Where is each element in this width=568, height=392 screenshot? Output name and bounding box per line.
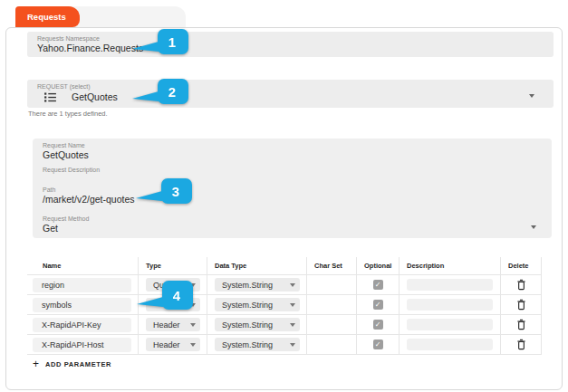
- table-row: [400, 335, 501, 355]
- param-name-input[interactable]: region: [33, 278, 131, 292]
- request-select[interactable]: REQUEST (select) GetQuotes: [27, 80, 554, 108]
- param-data-type-value: System.String: [222, 340, 273, 349]
- parameters-table: Name Type Data Type Char Set Optional De…: [27, 257, 542, 355]
- param-data-type-value: System.String: [222, 320, 273, 330]
- tab-requests[interactable]: Requests: [15, 6, 80, 27]
- param-type-value: Header: [153, 340, 180, 349]
- check-icon: ✓: [375, 340, 381, 349]
- namespace-field[interactable]: Requests Namespace Yahoo.Finance.Request…: [27, 32, 554, 57]
- optional-checkbox[interactable]: ✓: [373, 300, 383, 310]
- table-row: [400, 275, 501, 295]
- param-char-set-cell: [307, 275, 357, 295]
- table-row: symbols: [27, 295, 139, 315]
- chevron-down-icon: [290, 283, 295, 287]
- delete-icon[interactable]: [516, 339, 526, 350]
- param-type-dropdown[interactable]: Header: [146, 318, 200, 331]
- col-header-description: Description: [400, 257, 501, 275]
- tab-requests-label: Requests: [27, 12, 66, 22]
- optional-checkbox[interactable]: ✓: [373, 339, 383, 349]
- path-value[interactable]: /market/v2/get-quotes: [43, 194, 135, 205]
- table-row: [501, 315, 542, 335]
- param-description-input[interactable]: [407, 299, 493, 311]
- delete-icon[interactable]: [516, 279, 526, 291]
- table-row: System.String: [207, 335, 307, 355]
- request-method-value[interactable]: Get: [43, 223, 58, 234]
- col-header-optional: Optional: [357, 257, 400, 275]
- optional-checkbox[interactable]: ✓: [373, 280, 383, 290]
- table-row: System.String: [207, 315, 307, 335]
- param-data-type-dropdown[interactable]: System.String: [215, 278, 300, 292]
- list-icon: [44, 92, 56, 102]
- table-row: [400, 315, 501, 335]
- callout-3-number: 3: [172, 184, 179, 199]
- param-data-type-dropdown[interactable]: System.String: [215, 338, 300, 351]
- request-description-label[interactable]: Request Description: [43, 167, 100, 173]
- col-header-name: Name: [27, 257, 139, 275]
- param-type-dropdown[interactable]: Header: [146, 338, 200, 351]
- col-header-type: Type: [139, 257, 207, 275]
- table-row: [501, 275, 542, 295]
- param-name-input[interactable]: symbols: [33, 298, 131, 312]
- request-name-value[interactable]: GetQuotes: [43, 149, 89, 160]
- plus-icon: +: [33, 359, 39, 368]
- table-row: [501, 335, 542, 355]
- delete-icon[interactable]: [516, 299, 526, 311]
- callout-1-number: 1: [168, 34, 176, 50]
- table-row: System.String: [207, 295, 307, 315]
- namespace-value: Yahoo.Finance.Requests: [37, 43, 554, 53]
- chevron-down-icon: [529, 94, 534, 98]
- param-type-value: Header: [153, 320, 180, 330]
- callout-2-number: 2: [168, 84, 176, 100]
- param-data-type-value: System.String: [222, 281, 273, 290]
- request-select-value: GetQuotes: [72, 91, 118, 102]
- request-detail-card: Request Name GetQuotes Request Descripti…: [33, 139, 552, 238]
- request-editor-page: Requests Requests Namespace Yahoo.Financ…: [0, 0, 568, 392]
- optional-checkbox[interactable]: ✓: [373, 320, 383, 330]
- request-name-label: Request Name: [43, 142, 85, 148]
- table-row: ✓: [357, 315, 400, 335]
- param-description-input[interactable]: [407, 279, 493, 291]
- chevron-down-icon: [290, 303, 295, 307]
- param-name-input[interactable]: X-RapidAPI-Host: [33, 338, 131, 352]
- callout-4: 4: [135, 281, 193, 311]
- param-char-set-cell: [307, 335, 357, 355]
- chevron-down-icon: [290, 323, 295, 327]
- param-name-input[interactable]: X-RapidAPI-Key: [33, 318, 131, 332]
- callout-4-number: 4: [173, 288, 181, 303]
- table-row: Header: [139, 315, 207, 335]
- callout-2: 2: [130, 79, 188, 106]
- param-char-set-cell: [307, 295, 357, 315]
- param-description-input[interactable]: [407, 319, 493, 330]
- param-description-input[interactable]: [407, 339, 493, 350]
- table-row: region: [27, 275, 139, 295]
- callout-1: 1: [130, 29, 188, 56]
- param-data-type-dropdown[interactable]: System.String: [215, 298, 300, 311]
- table-row: [501, 295, 542, 315]
- types-defined-note: There are 1 types defined.: [28, 110, 108, 118]
- check-icon: ✓: [375, 281, 381, 289]
- requests-panel: Requests Namespace Yahoo.Finance.Request…: [5, 27, 563, 390]
- table-row: [400, 295, 501, 315]
- check-icon: ✓: [375, 320, 381, 329]
- request-method-label: Request Method: [43, 215, 89, 222]
- table-row: ✓: [357, 295, 400, 315]
- delete-icon[interactable]: [516, 319, 526, 330]
- param-data-type-dropdown[interactable]: System.String: [215, 318, 300, 331]
- add-parameter-button[interactable]: + ADD PARAMETER: [33, 359, 111, 368]
- table-row: System.String: [207, 275, 307, 295]
- table-row: Header: [139, 335, 207, 355]
- table-row: X-RapidAPI-Host: [27, 335, 139, 355]
- param-char-set-cell: [307, 315, 357, 335]
- callout-3: 3: [134, 178, 192, 206]
- col-header-char-set: Char Set: [307, 257, 357, 275]
- chevron-down-icon: [190, 343, 196, 347]
- table-row: ✓: [357, 275, 400, 295]
- check-icon: ✓: [375, 301, 381, 309]
- add-parameter-label: ADD PARAMETER: [45, 360, 111, 368]
- col-header-data-type: Data Type: [207, 257, 307, 275]
- table-row: ✓: [357, 335, 400, 355]
- param-data-type-value: System.String: [222, 301, 273, 310]
- path-label: Path: [43, 186, 55, 193]
- chevron-down-icon: [531, 225, 536, 229]
- chevron-down-icon: [190, 323, 196, 327]
